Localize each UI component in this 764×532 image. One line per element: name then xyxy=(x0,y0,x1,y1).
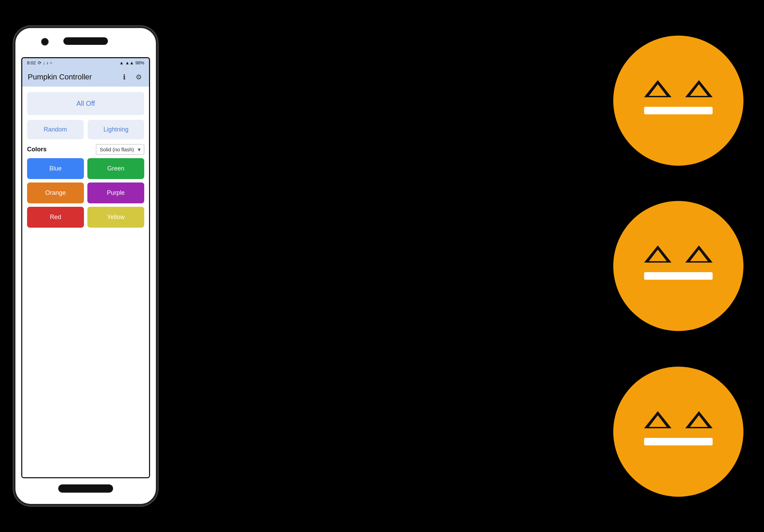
pumpkin-1-left-eye xyxy=(644,80,671,97)
phone-speaker-top xyxy=(63,37,108,45)
wifi-icon: ▲ xyxy=(119,60,124,65)
pumpkin-2 xyxy=(613,201,743,331)
app-bar-icons: ℹ ⚙ xyxy=(120,72,144,82)
colors-header: Colors Solid (no flash) Flash Pulse Stro… xyxy=(27,144,144,155)
pumpkin-3-eyes xyxy=(644,411,713,428)
purple-button[interactable]: Purple xyxy=(87,182,144,203)
colors-dropdown[interactable]: Solid (no flash) Flash Pulse Strobe xyxy=(96,144,144,155)
pumpkin-1 xyxy=(613,36,743,166)
signal-icon: ▲▲ xyxy=(125,60,134,65)
color-grid: Blue Green Orange Purple Red Yellow xyxy=(27,158,144,228)
app-content: All Off Random Lightning Colors Solid (n… xyxy=(22,87,149,477)
yellow-button[interactable]: Yellow xyxy=(87,207,144,228)
pumpkin-3 xyxy=(613,367,743,497)
lightning-button[interactable]: Lightning xyxy=(88,120,144,139)
info-icon: ℹ xyxy=(123,73,126,81)
pumpkin-1-eyes xyxy=(644,80,713,97)
pumpkin-1-mouth xyxy=(644,107,713,114)
app-bar: Pumpkin Controller ℹ ⚙ xyxy=(22,67,149,87)
phone-mockup: 8:02 ⟳ ↓ ♪ ○ ▲ ▲▲ 98% Pumpkin Controller… xyxy=(14,26,158,506)
status-bar: 8:02 ⟳ ↓ ♪ ○ ▲ ▲▲ 98% xyxy=(22,58,149,67)
phone-speaker-bottom xyxy=(58,484,113,493)
red-button[interactable]: Red xyxy=(27,207,84,228)
pumpkin-1-right-eye xyxy=(685,80,713,97)
settings-icon: ⚙ xyxy=(136,73,142,81)
blue-button[interactable]: Blue xyxy=(27,158,84,179)
settings-button[interactable]: ⚙ xyxy=(134,72,144,82)
status-icons: ⟳ ↓ ♪ ○ xyxy=(38,60,52,65)
pumpkin-3-mouth xyxy=(644,438,713,445)
colors-label: Colors xyxy=(27,146,47,153)
orange-button[interactable]: Orange xyxy=(27,182,84,203)
info-button[interactable]: ℹ xyxy=(120,72,129,82)
pumpkin-3-left-eye xyxy=(644,411,671,428)
mode-row: Random Lightning xyxy=(27,120,144,139)
status-left: 8:02 ⟳ ↓ ♪ ○ xyxy=(27,60,52,65)
colors-section: Colors Solid (no flash) Flash Pulse Stro… xyxy=(27,144,144,228)
pumpkin-2-eyes xyxy=(644,245,713,263)
pumpkin-2-left-eye xyxy=(644,245,671,263)
pumpkins-area xyxy=(613,0,743,532)
battery-text: 98% xyxy=(135,60,144,65)
app-title: Pumpkin Controller xyxy=(28,73,92,81)
phone-camera xyxy=(41,38,49,46)
all-off-button[interactable]: All Off xyxy=(27,92,144,115)
pumpkin-2-mouth xyxy=(644,272,713,280)
green-button[interactable]: Green xyxy=(87,158,144,179)
phone-screen: 8:02 ⟳ ↓ ♪ ○ ▲ ▲▲ 98% Pumpkin Controller… xyxy=(21,57,150,478)
colors-dropdown-wrapper[interactable]: Solid (no flash) Flash Pulse Strobe ▼ xyxy=(96,144,144,155)
pumpkin-3-right-eye xyxy=(685,411,713,428)
status-time: 8:02 xyxy=(27,60,36,65)
pumpkin-2-right-eye xyxy=(685,245,713,263)
status-right: ▲ ▲▲ 98% xyxy=(119,60,144,65)
random-button[interactable]: Random xyxy=(27,120,84,139)
